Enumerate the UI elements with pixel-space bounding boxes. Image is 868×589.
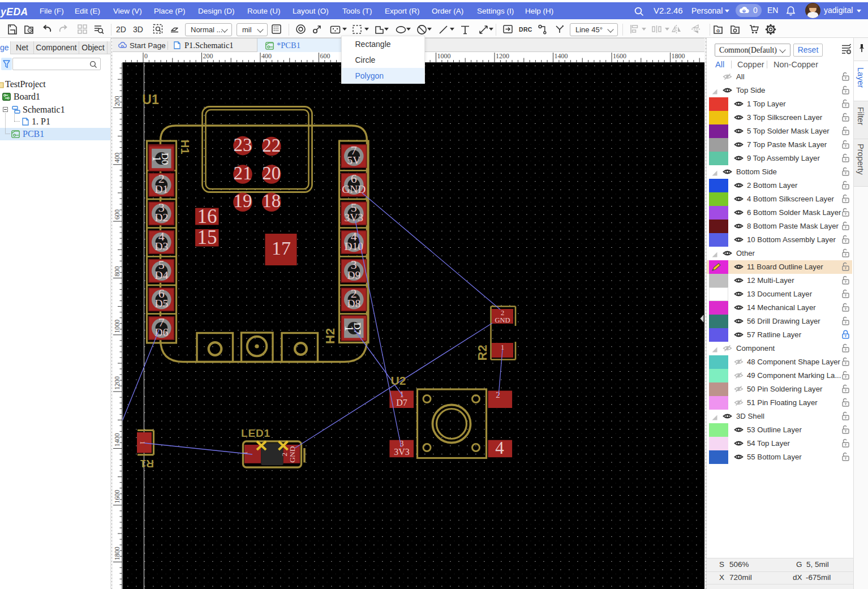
svg-text:4: 4 — [495, 438, 504, 458]
svg-text:600: 600 — [113, 209, 121, 220]
svg-text:15: 15 — [197, 226, 217, 248]
svg-text:1200: 1200 — [113, 376, 121, 390]
svg-text:21: 21 — [234, 163, 252, 183]
svg-text:23: 23 — [234, 135, 252, 155]
svg-text:600: 600 — [320, 52, 330, 60]
svg-text:R1: R1 — [140, 458, 154, 470]
svg-text:R2: R2 — [475, 345, 489, 360]
svg-text:22: 22 — [262, 135, 281, 156]
svg-text:800: 800 — [113, 266, 121, 276]
svg-text:1000: 1000 — [437, 52, 451, 60]
svg-text:200: 200 — [113, 96, 121, 106]
svg-text:H2: H2 — [323, 328, 337, 344]
svg-text:D3: D3 — [154, 240, 168, 252]
svg-text:1400: 1400 — [113, 433, 121, 447]
svg-text:D2: D2 — [154, 212, 168, 223]
svg-text:5V: 5V — [347, 154, 360, 166]
svg-text:D5: D5 — [154, 298, 168, 309]
svg-text:1800: 1800 — [113, 547, 121, 560]
svg-text:1800: 1800 — [672, 52, 685, 60]
svg-text:1400: 1400 — [555, 52, 568, 60]
svg-text:D0: D0 — [160, 153, 171, 165]
svg-text:D4: D4 — [154, 269, 168, 281]
svg-text:16: 16 — [197, 205, 217, 227]
svg-text:400: 400 — [113, 153, 121, 163]
svg-text:20: 20 — [262, 163, 281, 183]
svg-text:LED1: LED1 — [241, 427, 270, 439]
svg-text:19: 19 — [234, 191, 252, 211]
svg-text:2: 2 — [496, 390, 500, 399]
svg-text:D8: D8 — [347, 298, 360, 309]
svg-text:1600: 1600 — [113, 490, 121, 504]
svg-text:D9: D9 — [347, 269, 360, 281]
svg-text:18: 18 — [262, 191, 281, 211]
svg-text:3V3: 3V3 — [345, 212, 364, 223]
svg-text:200: 200 — [203, 52, 213, 60]
svg-text:400: 400 — [261, 52, 272, 60]
svg-text:1000: 1000 — [113, 320, 121, 333]
svg-text:H1: H1 — [179, 140, 191, 154]
svg-text:0: 0 — [144, 52, 148, 60]
svg-text:G: G — [716, 28, 720, 33]
svg-text:3V3: 3V3 — [394, 447, 410, 457]
svg-text:D7: D7 — [396, 398, 407, 407]
svg-text:D1: D1 — [154, 183, 168, 195]
svg-text:2: 2 — [280, 453, 289, 457]
svg-text:1600: 1600 — [613, 52, 626, 60]
svg-text:GND: GND — [288, 446, 297, 462]
svg-text:GND: GND — [495, 316, 510, 324]
svg-text:1200: 1200 — [496, 52, 509, 60]
svg-text:D6: D6 — [154, 326, 168, 338]
svg-text:17: 17 — [272, 238, 291, 259]
svg-text:U1: U1 — [142, 92, 159, 107]
svg-text:U2: U2 — [391, 374, 406, 387]
